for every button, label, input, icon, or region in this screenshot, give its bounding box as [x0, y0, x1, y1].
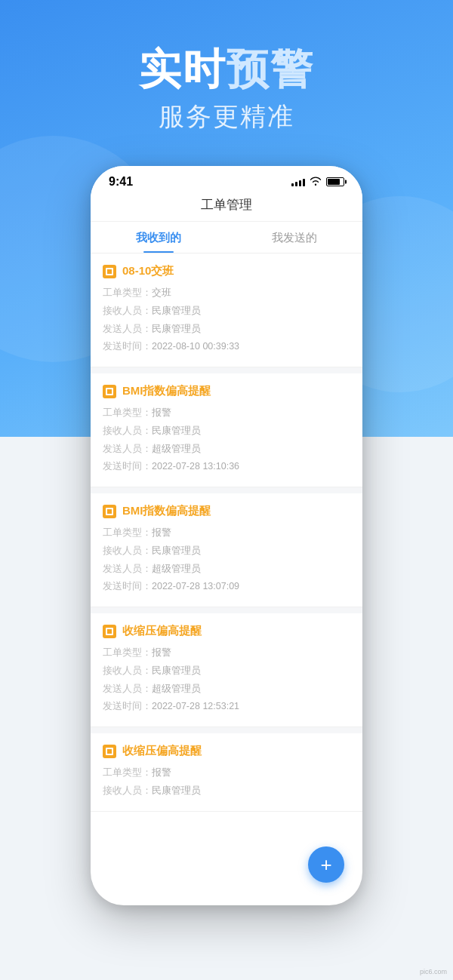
nav-title: 工单管理 [201, 198, 252, 212]
wifi-icon [310, 177, 322, 188]
work-item-icon [103, 265, 116, 278]
work-item[interactable]: BMI指数偏高提醒 工单类型： 报警 接收人员： 民康管理员 发送人员： 超级管… [91, 493, 362, 607]
fab-add-button[interactable]: + [308, 846, 344, 883]
work-item-title: BMI指数偏高提醒 [122, 384, 211, 398]
tab-received[interactable]: 我收到的 [91, 222, 226, 253]
work-item-title: 收缩压偏高提醒 [122, 744, 202, 758]
nav-bar: 工单管理 [91, 193, 362, 222]
work-item-details: 工单类型： 报警 接收人员： 民康管理员 发送人员： 超级管理员 发送时间： 2… [103, 404, 350, 476]
work-item[interactable]: 收缩压偏高提醒 工单类型： 报警 接收人员： 民康管理员 发送人员： 超级管理员… [91, 613, 362, 727]
signal-icon [291, 177, 305, 186]
hero-subtitle: 服务更精准 [0, 100, 453, 134]
work-item-details: 工单类型： 交班 接收人员： 民康管理员 发送人员： 民康管理员 发送时间： 2… [103, 284, 350, 356]
status-time: 9:41 [109, 175, 133, 189]
work-item[interactable]: BMI指数偏高提醒 工单类型： 报警 接收人员： 民康管理员 发送人员： 超级管… [91, 373, 362, 487]
work-item-list: 08-10交班 工单类型： 交班 接收人员： 民康管理员 发送人员： 民康管理员… [91, 253, 362, 812]
work-item-details: 工单类型： 报警 接收人员： 民康管理员 [103, 764, 350, 800]
battery-icon [326, 177, 344, 186]
work-item-icon [103, 625, 116, 638]
work-item[interactable]: 收缩压偏高提醒 工单类型： 报警 接收人员： 民康管理员 [91, 733, 362, 812]
work-item[interactable]: 08-10交班 工单类型： 交班 接收人员： 民康管理员 发送人员： 民康管理员… [91, 253, 362, 367]
work-item-title: BMI指数偏高提醒 [122, 504, 211, 518]
work-item-icon [103, 745, 116, 758]
phone-mockup: 9:41 工单管理 我收到的 [91, 166, 362, 905]
status-icons [291, 177, 344, 188]
work-item-details: 工单类型： 报警 接收人员： 民康管理员 发送人员： 超级管理员 发送时间： 2… [103, 644, 350, 716]
hero-title-normal: 预警 [226, 45, 314, 93]
hero-title: 实时预警 [0, 45, 453, 94]
watermark: pic6.com [420, 968, 447, 975]
work-item-title: 收缩压偏高提醒 [122, 624, 202, 638]
hero-section: 实时预警 服务更精准 [0, 45, 453, 134]
work-item-details: 工单类型： 报警 接收人员： 民康管理员 发送人员： 超级管理员 发送时间： 2… [103, 524, 350, 596]
work-item-icon [103, 505, 116, 518]
work-item-title: 08-10交班 [122, 264, 174, 278]
work-item-icon [103, 385, 116, 398]
status-bar: 9:41 [91, 166, 362, 193]
tab-sent[interactable]: 我发送的 [226, 222, 362, 253]
hero-title-highlight: 实时 [139, 45, 226, 93]
tab-bar: 我收到的 我发送的 [91, 222, 362, 253]
